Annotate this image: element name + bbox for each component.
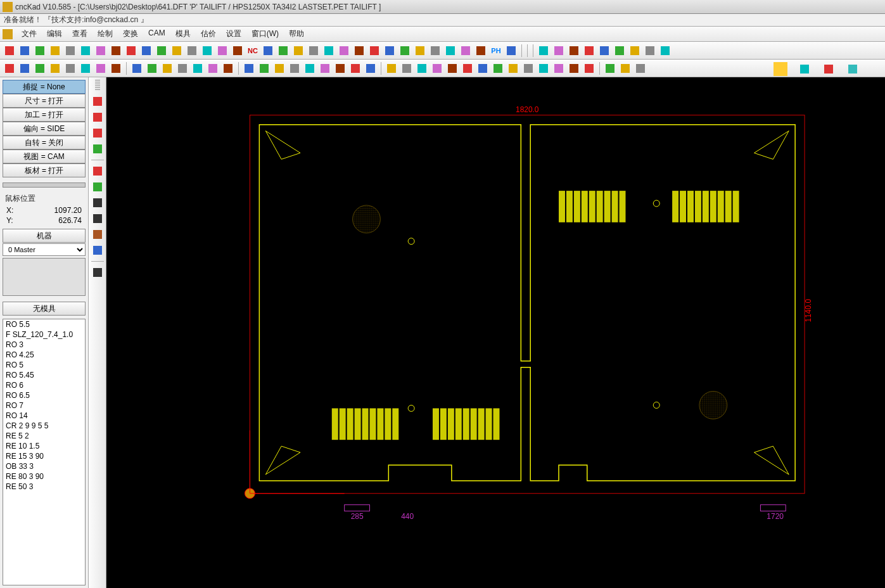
panel-f-icon[interactable]	[613, 44, 627, 58]
brush-icon[interactable]	[130, 61, 144, 75]
l3-icon[interactable]	[415, 61, 429, 75]
tool-item[interactable]: RO 14	[3, 411, 85, 421]
tool-item[interactable]: RE 10 1.5	[3, 441, 85, 451]
diag-icon[interactable]	[257, 61, 271, 75]
box-c-icon[interactable]	[348, 61, 362, 75]
grid-d-icon[interactable]	[155, 44, 169, 58]
l5-icon[interactable]	[445, 61, 459, 75]
panel-i-icon[interactable]	[658, 44, 672, 58]
menu-窗口(W)[interactable]: 窗口(W)	[246, 27, 284, 41]
line-1-icon[interactable]	[398, 44, 412, 58]
machine-select[interactable]: 0 Master	[3, 243, 86, 256]
panel-h-icon[interactable]	[643, 44, 657, 58]
grid-i-icon[interactable]	[231, 44, 245, 58]
grid-h-icon[interactable]	[215, 44, 229, 58]
arrow2-icon[interactable]	[91, 212, 105, 226]
dim-c-icon[interactable]	[291, 44, 305, 58]
nc-icon[interactable]: NC	[246, 44, 260, 58]
undo-icon[interactable]	[48, 44, 62, 58]
green-check-icon[interactable]	[91, 142, 105, 156]
box-a-icon[interactable]	[318, 61, 332, 75]
arc-icon[interactable]	[18, 61, 32, 75]
menu-变换[interactable]: 变换	[118, 27, 143, 41]
rt-icon-3[interactable]	[822, 62, 836, 76]
text-a-icon[interactable]	[91, 265, 105, 279]
tool-b-icon[interactable]	[352, 44, 366, 58]
panel-btn-捕捉 = None[interactable]: 捕捉 = None	[3, 80, 86, 94]
l1-icon[interactable]	[385, 61, 398, 75]
save-file-icon[interactable]	[33, 44, 47, 58]
line-icon[interactable]	[3, 61, 16, 75]
rot-icon[interactable]	[221, 61, 235, 75]
dim-a-icon[interactable]	[261, 44, 275, 58]
poly-icon[interactable]	[94, 61, 108, 75]
panel-g-icon[interactable]	[628, 44, 642, 58]
circ-icon[interactable]	[63, 61, 77, 75]
panel-btn-偏向 = SIDE[interactable]: 偏向 = SIDE	[3, 122, 86, 136]
cad-canvas[interactable]: 1820.0 1140.0	[106, 77, 885, 588]
grid-a-icon[interactable]	[109, 44, 123, 58]
ph-icon[interactable]: PH	[489, 44, 503, 58]
menu-CAM[interactable]: CAM	[143, 27, 170, 41]
l10-icon[interactable]	[521, 61, 535, 75]
panel-d-icon[interactable]	[582, 44, 596, 58]
line-2-icon[interactable]	[413, 44, 427, 58]
sel-icon[interactable]	[175, 61, 189, 75]
panel-btn-自转 = 关闭[interactable]: 自转 = 关闭	[3, 136, 86, 150]
menu-编辑[interactable]: 编辑	[42, 27, 67, 41]
l8-icon[interactable]	[491, 61, 505, 75]
tool-item[interactable]: RO 4.25	[3, 350, 85, 360]
l9-icon[interactable]	[506, 61, 520, 75]
l7-icon[interactable]	[476, 61, 490, 75]
target-icon[interactable]	[91, 196, 105, 210]
line-5-icon[interactable]	[459, 44, 473, 58]
panel-btn-加工 = 打开[interactable]: 加工 = 打开	[3, 108, 86, 122]
canvas-area[interactable]: 1820.0 1140.0	[106, 77, 885, 588]
tool-item[interactable]: RE 15 3 90	[3, 451, 85, 461]
line-3-icon[interactable]	[428, 44, 442, 58]
panel-b-icon[interactable]	[552, 44, 566, 58]
rect-icon[interactable]	[48, 61, 62, 75]
tool-list[interactable]: RO 5.5F SLZ_120_7.4_1.0RO 3RO 4.25RO 5RO…	[3, 319, 86, 585]
menu-绘制[interactable]: 绘制	[92, 27, 118, 41]
grid-e-icon[interactable]	[170, 44, 184, 58]
p3-icon[interactable]	[634, 61, 647, 75]
toolbar-grip[interactable]	[95, 80, 100, 90]
l11-icon[interactable]	[537, 61, 551, 75]
tools-header-button[interactable]: 无模具	[3, 302, 86, 316]
machine-button[interactable]: 机器	[3, 229, 86, 243]
l4-icon[interactable]	[430, 61, 444, 75]
dim-d-icon[interactable]	[307, 44, 321, 58]
copy-icon[interactable]	[79, 44, 92, 58]
dim-icon[interactable]	[109, 61, 123, 75]
tool-item[interactable]: RO 5.45	[3, 370, 85, 380]
x-red-icon[interactable]	[91, 94, 105, 108]
dim-e-icon[interactable]	[322, 44, 336, 58]
l2-icon[interactable]	[400, 61, 414, 75]
menu-估价[interactable]: 估价	[196, 27, 221, 41]
tool-item[interactable]: RE 5 2	[3, 431, 85, 441]
menu-模具[interactable]: 模具	[170, 27, 196, 41]
fill-icon[interactable]	[145, 61, 159, 75]
box-red-icon[interactable]	[91, 110, 105, 124]
angle-icon[interactable]	[288, 61, 302, 75]
pick-icon[interactable]	[191, 61, 205, 75]
panel-btn-视图 = CAM[interactable]: 视图 = CAM	[3, 150, 86, 163]
line-6-icon[interactable]	[474, 44, 488, 58]
grid-f-icon[interactable]	[185, 44, 199, 58]
panel-c-icon[interactable]	[567, 44, 581, 58]
menu-文件[interactable]: 文件	[16, 27, 42, 41]
xr-red-icon[interactable]	[91, 126, 105, 140]
m-red-icon[interactable]	[91, 164, 105, 178]
tool-item[interactable]: RO 7	[3, 400, 85, 411]
new-file-icon[interactable]	[3, 44, 16, 58]
tool-item[interactable]: F SLZ_120_7.4_1.0	[3, 329, 85, 340]
era-icon[interactable]	[160, 61, 174, 75]
menu-设置[interactable]: 设置	[221, 27, 246, 41]
cycle-icon[interactable]	[272, 61, 286, 75]
panel-btn-板材 = 打开[interactable]: 板材 = 打开	[3, 163, 86, 177]
ruler-icon[interactable]	[91, 243, 105, 257]
m-green-icon[interactable]	[91, 180, 105, 194]
menu-帮助[interactable]: 帮助	[284, 27, 309, 41]
p2-icon[interactable]	[618, 61, 632, 75]
